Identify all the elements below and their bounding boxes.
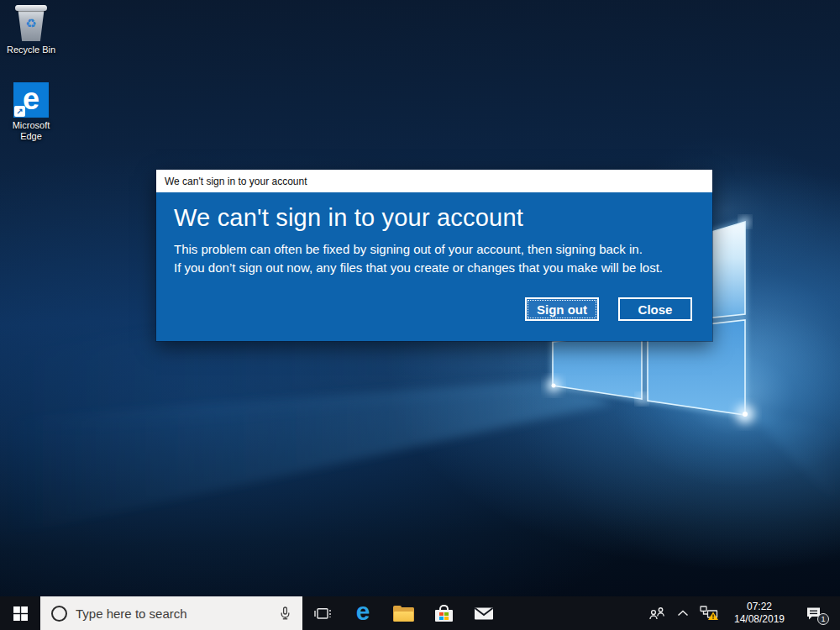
- action-center-button[interactable]: 1: [795, 596, 833, 630]
- dialog-titlebar[interactable]: We can't sign in to your account: [156, 170, 712, 192]
- tray-time: 07:22: [747, 601, 772, 613]
- recycle-bin-icon: ♻: [14, 5, 48, 42]
- system-tray: 07:22 14/08/2019 1: [643, 596, 840, 630]
- windows-logo-icon: [13, 606, 28, 621]
- search-circle-icon: [51, 606, 67, 622]
- chevron-up-icon: [677, 610, 689, 617]
- edge-shortcut-label: Microsoft Edge: [4, 120, 58, 142]
- start-button[interactable]: [0, 596, 40, 630]
- recycle-bin-label: Recycle Bin: [4, 45, 58, 55]
- microphone-icon[interactable]: [279, 606, 291, 621]
- people-icon: [648, 606, 668, 621]
- dialog-message-line2: If you don’t sign out now, any files tha…: [174, 260, 663, 275]
- edge-icon: e: [356, 599, 370, 624]
- dialog-heading: We can't sign in to your account: [174, 204, 523, 232]
- show-hidden-icons-button[interactable]: [672, 596, 694, 630]
- network-warning-icon: [700, 606, 719, 621]
- taskbar: e: [0, 596, 840, 630]
- recycle-symbol-icon: ♻: [14, 16, 48, 31]
- microsoft-store-icon: [435, 605, 453, 622]
- edge-icon: e ↗: [13, 82, 49, 118]
- dialog-button-row: Sign out Close: [525, 297, 692, 321]
- taskbar-clock[interactable]: 07:22 14/08/2019: [724, 596, 795, 630]
- mail-icon: [474, 606, 494, 621]
- task-view-icon: [314, 607, 331, 620]
- desktop-background: ♻ Recycle Bin e ↗ Microsoft Edge We can'…: [0, 0, 840, 596]
- dialog-message-line1: This problem can often be fixed by signi…: [174, 242, 643, 256]
- screen: ♻ Recycle Bin e ↗ Microsoft Edge We can'…: [0, 0, 840, 630]
- desktop-icon-microsoft-edge[interactable]: e ↗ Microsoft Edge: [0, 82, 62, 142]
- task-view-button[interactable]: [302, 596, 343, 630]
- taskbar-file-explorer-button[interactable]: [383, 596, 423, 630]
- dialog-title-text: We can't sign in to your account: [165, 176, 307, 187]
- search-input[interactable]: [76, 606, 274, 621]
- close-button[interactable]: Close: [618, 297, 692, 321]
- taskbar-store-button[interactable]: [423, 596, 464, 630]
- search-box[interactable]: [40, 596, 302, 630]
- taskbar-edge-button[interactable]: e: [343, 596, 383, 630]
- shortcut-arrow-icon: ↗: [14, 106, 25, 117]
- tray-date: 14/08/2019: [734, 613, 785, 626]
- network-status-button[interactable]: [694, 596, 724, 630]
- file-explorer-icon: [393, 606, 414, 622]
- taskbar-mail-button[interactable]: [464, 596, 504, 630]
- desktop-icon-recycle-bin[interactable]: ♻ Recycle Bin: [0, 5, 62, 55]
- notification-badge: 1: [817, 613, 829, 625]
- sign-out-button[interactable]: Sign out: [525, 297, 599, 321]
- people-button[interactable]: [643, 596, 672, 630]
- signout-dialog: We can't sign in to your account We can'…: [156, 170, 712, 341]
- dialog-body: We can't sign in to your account This pr…: [156, 192, 712, 341]
